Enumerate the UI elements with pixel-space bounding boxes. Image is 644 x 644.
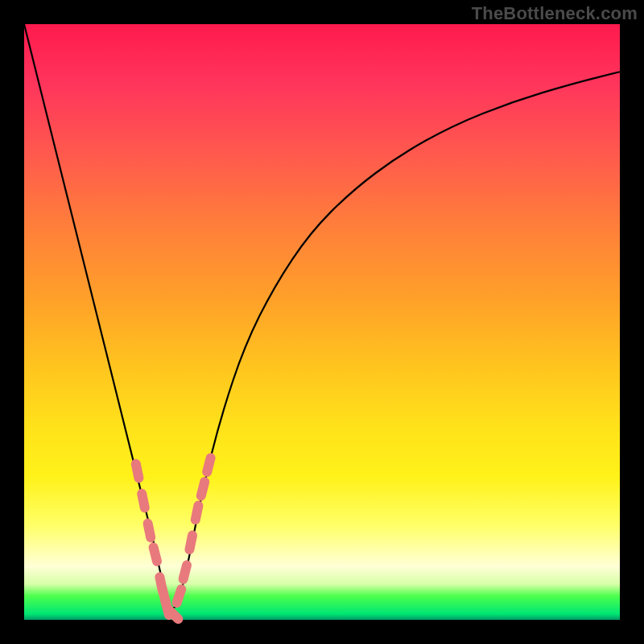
- marker-point: [196, 506, 199, 520]
- marker-point: [154, 547, 157, 561]
- marker-point: [184, 565, 187, 579]
- marker-point: [142, 493, 145, 508]
- bottleneck-curve: [24, 24, 620, 608]
- marker-point: [136, 464, 139, 478]
- marker-point: [201, 482, 204, 496]
- watermark-text: TheBottleneck.com: [472, 3, 638, 24]
- marker-point: [207, 458, 210, 472]
- chart-svg: [24, 24, 620, 620]
- marker-point: [148, 523, 151, 538]
- marker-point: [177, 589, 182, 603]
- marker-point: [189, 535, 192, 550]
- marker-group: [136, 458, 211, 619]
- chart-frame: [24, 24, 620, 620]
